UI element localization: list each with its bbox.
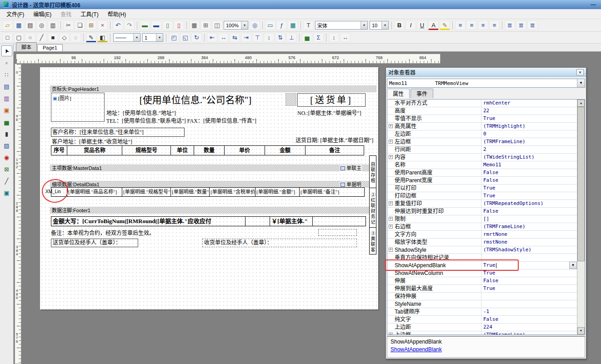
line-width-combo[interactable]: 1▾: [142, 33, 163, 42]
detail-field-cell[interactable]: [单据明细."数量"]: [170, 187, 210, 197]
title-bar[interactable]: 设计器 - 送货单打印模板406 —: [0, 0, 601, 9]
font-size-combo-arrow-icon[interactable]: ▾: [381, 21, 388, 29]
property-row[interactable]: +右边框(TRMFrameLine): [387, 223, 577, 231]
delivery-date-memo[interactable]: 送货日期: [单据主体."单据日期"]: [295, 136, 377, 144]
font-color-icon[interactable]: A: [428, 20, 439, 30]
property-value[interactable]: Memo11: [481, 161, 577, 169]
tab-script[interactable]: 脚本: [16, 42, 37, 51]
tab-page1[interactable]: Page1: [37, 44, 63, 51]
align-left-icon[interactable]: ≡: [455, 20, 466, 30]
property-value[interactable]: [481, 293, 577, 300]
close-icon[interactable]: ×: [576, 69, 584, 75]
same-height-icon[interactable]: ↕: [329, 33, 339, 42]
menu-item-file[interactable]: 文件(F): [2, 9, 29, 19]
open-icon[interactable]: ▱: [2, 20, 13, 30]
amount-cell[interactable]: [245, 216, 270, 226]
property-value[interactable]: -1: [481, 308, 577, 315]
property-dropdown-icon[interactable]: ▼: [569, 262, 577, 269]
inspector-titlebar[interactable]: 对象查看器 ×: [386, 68, 586, 77]
insert-child-band-icon[interactable]: ▬: [151, 20, 161, 30]
rectangle-tool-icon[interactable]: □: [2, 33, 13, 42]
picture-tool[interactable]: ▣: [1, 105, 12, 115]
property-row[interactable]: 水平对齐方式rmhCenter: [387, 100, 577, 107]
property-value[interactable]: rmhCenter: [481, 100, 577, 107]
delete-page-icon[interactable]: ▯: [174, 20, 184, 30]
menu-item-tools[interactable]: 工具(T): [76, 9, 103, 19]
diagram-tool[interactable]: ▨: [1, 140, 12, 151]
property-value[interactable]: False: [481, 316, 577, 323]
expand-icon[interactable]: +: [389, 333, 393, 334]
table-header-cell[interactable]: 数量: [194, 145, 225, 155]
detail-field-cell[interactable]: [单据明细."含税单价"]: [209, 187, 255, 197]
property-value[interactable]: True: [481, 115, 577, 122]
property-row[interactable]: Tab键顺序-1: [387, 308, 577, 316]
property-row[interactable]: +重复值打印(TRMRepeatedOptions): [387, 200, 577, 208]
chart-icon[interactable]: ▅: [302, 33, 312, 42]
line-tool-icon[interactable]: ╱: [36, 33, 47, 42]
property-value[interactable]: (TRMFrameLine): [481, 331, 577, 334]
send-to-back-icon[interactable]: ◱: [180, 33, 190, 42]
chart-tool[interactable]: ▅: [1, 116, 12, 127]
zoom-icon[interactable]: ◎: [250, 20, 260, 30]
insert-table-icon[interactable]: ▦: [288, 20, 298, 30]
property-value[interactable]: True: [481, 184, 577, 192]
property-row[interactable]: StyleName: [387, 300, 577, 308]
property-row[interactable]: 伸展False: [387, 277, 577, 285]
font-name-combo[interactable]: 宋体▾: [315, 21, 368, 30]
rounded-rectangle-tool-icon[interactable]: ▢: [14, 33, 24, 42]
checkbox-tool[interactable]: ⊠: [1, 164, 12, 175]
align-to-grid-icon[interactable]: ⊞: [200, 20, 211, 30]
fill-color-icon[interactable]: ◧: [97, 33, 108, 42]
print-icon[interactable]: ▤: [25, 20, 35, 30]
cut-icon[interactable]: ✂: [63, 20, 74, 30]
help-property-link[interactable]: ShowAtAppendBlank: [391, 346, 581, 353]
font-size-combo[interactable]: 10▾: [370, 21, 389, 30]
company-name-memo[interactable]: [使用单位信息."公司名称"]: [106, 93, 285, 108]
richtext-tool[interactable]: ▥: [1, 93, 12, 104]
property-row[interactable]: +上边框(TRMFrameLine): [387, 331, 577, 334]
tab-properties[interactable]: 属性: [387, 89, 410, 98]
sender-signature-memo[interactable]: 送货单位及经手人（盖章）：: [51, 239, 138, 247]
zoom-combo-arrow-icon[interactable]: ▾: [241, 21, 248, 29]
property-row[interactable]: 打印边框True: [387, 192, 577, 200]
expand-icon[interactable]: +: [389, 140, 393, 144]
grid-dots-tool[interactable]: ∷: [1, 69, 12, 80]
expand-icon[interactable]: +: [389, 155, 393, 159]
picture-placeholder[interactable]: ▣[图片]: [51, 93, 105, 122]
underline-icon[interactable]: U: [417, 20, 427, 30]
property-row[interactable]: 纯文字False: [387, 316, 577, 324]
align-right-edges-icon[interactable]: ⇥: [241, 33, 251, 42]
table-header-cell[interactable]: 金额: [265, 145, 306, 155]
barcode-tool[interactable]: ▮: [1, 128, 12, 139]
align-v-centers-icon[interactable]: ↕: [264, 33, 274, 42]
property-row[interactable]: +高亮属性(TRMHighlight): [387, 123, 577, 130]
property-row[interactable]: 缩放字体类型rmstNone: [387, 239, 577, 246]
table-header-cell[interactable]: 序号: [51, 145, 67, 155]
ellipse-tool-icon[interactable]: ○: [25, 33, 35, 42]
align-middle-icon[interactable]: ≣: [516, 20, 526, 30]
line-style-combo[interactable]: ───▾: [113, 33, 140, 42]
amount-cell[interactable]: [312, 216, 366, 226]
align-center-icon[interactable]: ≡: [466, 20, 477, 30]
property-row[interactable]: 左边距0: [387, 130, 577, 138]
menu-item-help[interactable]: 帮助(H): [103, 9, 131, 19]
menu-item-edit[interactable]: 编辑(E): [29, 9, 56, 19]
preview-icon[interactable]: ▭: [265, 20, 275, 30]
line-style-combo-arrow-icon[interactable]: ▾: [133, 34, 140, 41]
filled-rectangle-tool-icon[interactable]: ■: [48, 33, 58, 42]
hatched-spacer[interactable]: [285, 93, 296, 106]
page-columns-icon[interactable]: ◫: [212, 20, 222, 30]
undo-icon[interactable]: ↶: [113, 20, 123, 30]
property-row[interactable]: 伸展达到时重复打印False: [387, 208, 577, 215]
chevron-down-icon[interactable]: ▼: [577, 79, 585, 87]
band-detaildata[interactable]: 细项数据:DetailData1 单据明: [50, 181, 376, 188]
property-value[interactable]: False: [481, 277, 577, 284]
dbfield-tool[interactable]: ▣: [1, 187, 12, 198]
rect-select-tool[interactable]: ▫: [1, 57, 12, 68]
add-page-icon[interactable]: ▯: [162, 20, 173, 30]
property-grid-scrollbar[interactable]: ▲ ▼: [577, 100, 585, 334]
align-bottom-edges-icon[interactable]: ⊥: [286, 33, 297, 42]
same-width-icon[interactable]: ↔: [340, 33, 351, 42]
scroll-thumb[interactable]: [577, 107, 585, 261]
property-value[interactable]: (TRMFrameLine): [481, 138, 577, 145]
